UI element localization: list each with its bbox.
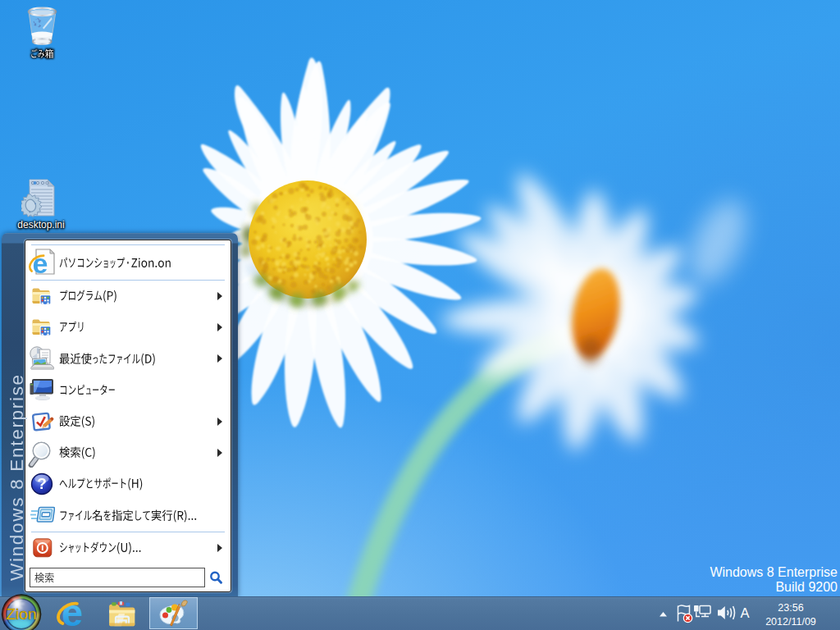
svg-text:?: ?: [37, 475, 47, 492]
svg-text:e: e: [33, 248, 48, 279]
svg-text:e: e: [62, 597, 83, 630]
svg-text:Zion: Zion: [7, 605, 37, 623]
svg-text:A: A: [740, 605, 749, 620]
